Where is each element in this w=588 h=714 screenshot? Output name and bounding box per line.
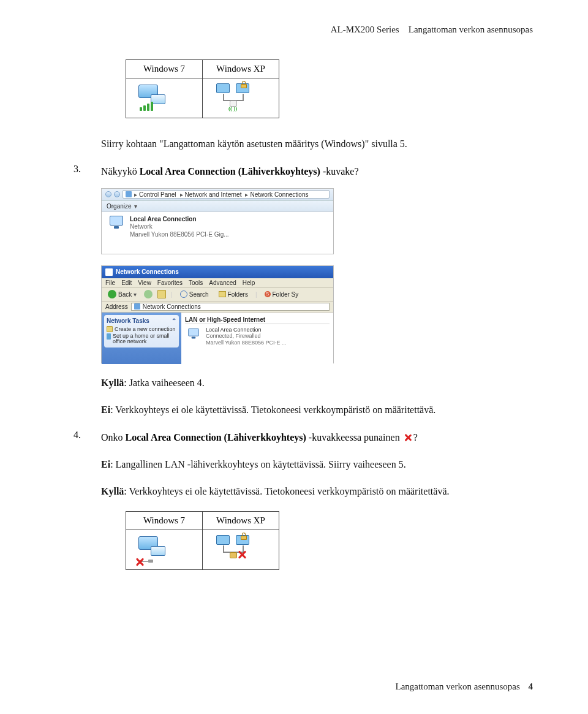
crumb-network-connections: Network Connections bbox=[250, 191, 308, 198]
side-item-home-network: Set up a home or small office network bbox=[113, 333, 176, 346]
os-win7-icon-cell bbox=[126, 78, 203, 118]
menu-advanced: Advanced bbox=[209, 279, 236, 286]
collapse-icon: ⌃ bbox=[172, 317, 176, 324]
kylla4-text: : Verkkoyhteys ei ole käytettävissä. Tie… bbox=[124, 486, 449, 496]
step3-ei: Ei: Verkkoyhteys ei ole käytettävissä. T… bbox=[101, 403, 533, 417]
back-icon bbox=[105, 191, 111, 197]
menu-help: Help bbox=[243, 279, 255, 286]
os-windowsxp-cell: Windows XP bbox=[203, 512, 279, 530]
red-x-icon bbox=[404, 433, 412, 442]
red-x-icon bbox=[135, 557, 145, 567]
xp-connection-sub2: Marvell Yukon 88E8056 PCI-E ... bbox=[206, 340, 286, 346]
network-icon-win7-disabled bbox=[135, 535, 172, 564]
address-label: Address bbox=[105, 303, 128, 310]
os-windowsxp-cell: Windows XP bbox=[203, 60, 279, 78]
footer-page-number: 4 bbox=[529, 682, 533, 691]
folders-icon bbox=[219, 291, 226, 297]
os-table-bottom: Windows 7 Windows XP bbox=[126, 511, 279, 570]
step4-suffix: ? bbox=[413, 432, 418, 442]
step-3: 3. Näkyykö Local Area Connection (Lähive… bbox=[74, 164, 533, 180]
step-number: 3. bbox=[74, 164, 101, 180]
series-label: AL-MX200 Series bbox=[331, 25, 399, 34]
connection-sub1: Network bbox=[130, 223, 229, 231]
step3-bold: Local Area Connection (Lähiverkkoyhteys) bbox=[140, 166, 320, 177]
ei-label: Ei bbox=[101, 404, 110, 415]
toolbar-folders: Folders bbox=[228, 291, 248, 298]
up-folder-icon bbox=[157, 290, 166, 298]
os-windows7-cell: Windows 7 bbox=[126, 512, 203, 530]
menu-tools: Tools bbox=[189, 279, 203, 286]
kylla4-label: Kyllä bbox=[101, 486, 124, 496]
toolbar-back: Back bbox=[118, 291, 132, 298]
os-table-top: Windows 7 Windows XP (( )) bbox=[126, 59, 279, 118]
kylla-label: Kyllä bbox=[101, 378, 124, 388]
menu-view: View bbox=[138, 279, 151, 286]
window-title: Network Connections bbox=[116, 268, 179, 275]
screenshot-winxp-network-connections: Network Connections File Edit View Favor… bbox=[101, 265, 533, 363]
screenshot-win7-network-connections: ▸Control Panel ▸Network and Internet ▸Ne… bbox=[101, 188, 533, 254]
step3-text-suffix: -kuvake? bbox=[320, 166, 359, 177]
footer-text: Langattoman verkon asennusopas bbox=[395, 682, 519, 691]
os-winxp-icon-cell: (( )) bbox=[203, 78, 279, 118]
ei-text: : Verkkoyhteys ei ole käytettävissä. Tie… bbox=[110, 404, 435, 415]
ei4-text: : Langallinen LAN -lähiverkkoyhteys on k… bbox=[110, 459, 406, 469]
connection-icon bbox=[108, 216, 125, 233]
sync-icon: S bbox=[265, 291, 271, 297]
step-4: 4. Onko Local Area Connection (Lähiverkk… bbox=[74, 430, 533, 446]
xp-connection-name: Local Area Connection bbox=[206, 327, 286, 333]
step4-prefix: Onko bbox=[101, 432, 126, 442]
lock-icon bbox=[241, 81, 248, 88]
page-footer: Langattoman verkon asennusopas 4 bbox=[395, 682, 533, 692]
network-icon-winxp: (( )) bbox=[211, 82, 254, 114]
doc-title-label: Langattoman verkon asennusopas bbox=[409, 25, 533, 34]
lock-icon bbox=[241, 533, 248, 540]
address-value: Network Connections bbox=[143, 303, 201, 310]
connection-name: Local Area Connection bbox=[130, 216, 229, 224]
step4-bold: Local Area Connection (Lähiverkkoyhteys) bbox=[126, 432, 306, 442]
red-x-icon bbox=[237, 550, 247, 560]
menu-file: File bbox=[105, 279, 115, 286]
side-item-new-connection: Create a new connection bbox=[115, 326, 176, 332]
kylla-text: : Jatka vaiheeseen 4. bbox=[124, 378, 205, 388]
network-icon-winxp-disabled bbox=[211, 534, 254, 566]
page-header: AL-MX200 Series Langattoman verkon asenn… bbox=[74, 25, 533, 35]
crumb-network-internet: Network and Internet bbox=[185, 191, 242, 198]
forward-icon bbox=[114, 191, 120, 197]
step4-ei: Ei: Langallinen LAN -lähiverkkoyhteys on… bbox=[101, 457, 533, 472]
folder-icon bbox=[126, 191, 132, 197]
menu-favorites: Favorites bbox=[157, 279, 183, 286]
chevron-down-icon: ▾ bbox=[134, 203, 137, 210]
section-header: LAN or High-Speed Internet bbox=[185, 316, 330, 324]
step4-mid: -kuvakkeessa punainen bbox=[306, 432, 402, 442]
connection-icon bbox=[187, 328, 200, 341]
organize-label: Organize bbox=[107, 203, 132, 210]
os-win7-icon-cell bbox=[126, 530, 203, 570]
forward-icon bbox=[144, 290, 153, 298]
new-connection-icon bbox=[107, 326, 113, 332]
network-icon-win7 bbox=[135, 83, 172, 113]
home-network-icon bbox=[107, 333, 111, 340]
menu-edit: Edit bbox=[121, 279, 132, 286]
ei4-label: Ei bbox=[101, 459, 110, 469]
wireless-signal-icon: (( )) bbox=[228, 105, 237, 112]
toolbar-foldersy: Folder Sy bbox=[273, 291, 299, 298]
os-windows7-cell: Windows 7 bbox=[126, 60, 203, 78]
search-icon bbox=[180, 291, 187, 298]
jump-instruction: Siirry kohtaan "Langattoman käytön asetu… bbox=[101, 137, 533, 151]
address-icon bbox=[134, 303, 140, 310]
back-icon bbox=[108, 290, 116, 298]
crumb-control-panel: Control Panel bbox=[139, 191, 176, 198]
xp-connection-sub1: Connected, Firewalled bbox=[206, 333, 286, 340]
step3-text-prefix: Näkyykö bbox=[101, 166, 140, 177]
connection-sub2: Marvell Yukon 88E8056 PCI-E Gig... bbox=[130, 231, 229, 239]
toolbar-search: Search bbox=[189, 291, 209, 298]
step4-kylla: Kyllä: Verkkoyhteys ei ole käytettävissä… bbox=[101, 484, 533, 499]
step-number: 4. bbox=[74, 430, 101, 446]
step3-kylla: Kyllä: Jatka vaiheeseen 4. bbox=[101, 376, 533, 390]
os-winxp-icon-cell bbox=[203, 530, 279, 570]
side-panel-header: Network Tasks bbox=[107, 317, 149, 324]
window-icon bbox=[105, 268, 113, 276]
